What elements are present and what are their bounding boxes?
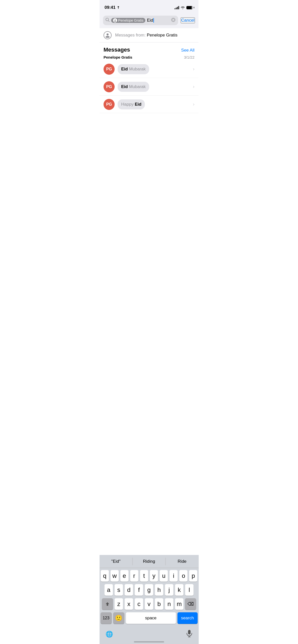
avatar: PG [104, 99, 115, 110]
chevron-right-icon: › [193, 84, 194, 89]
section-title: Messages [104, 47, 130, 53]
search-icon [106, 18, 110, 23]
message-bubble-wrap: Happy Eid [118, 99, 190, 109]
sender-row: Penelope Gratis 3/1/22 [100, 55, 198, 60]
cancel-button[interactable]: Cancel [181, 17, 195, 23]
svg-point-2 [115, 19, 116, 20]
message-bubble: Eid Mubarak [118, 82, 149, 92]
svg-point-7 [107, 33, 109, 35]
chevron-right-icon: › [193, 102, 194, 107]
suggestion-text: Messages from: Penelope Gratis [115, 33, 178, 38]
highlight-text: Eid [135, 102, 141, 107]
wifi-icon [181, 6, 185, 9]
sender-name: Penelope Gratis [104, 55, 132, 59]
location-arrow-icon: ⤒ [117, 6, 120, 10]
message-bubble-wrap: Eid Mubarak [118, 64, 190, 74]
status-time: 09:41 ⤒ [105, 5, 120, 10]
message-bubble-wrap: Eid Mubarak [118, 82, 190, 92]
status-icons [175, 6, 194, 9]
clear-search-button[interactable] [171, 18, 176, 23]
svg-point-8 [106, 36, 110, 38]
normal-text: Mubarak [128, 84, 146, 89]
message-result-1[interactable]: PG Eid Mubarak › [100, 60, 198, 78]
chevron-right-icon: › [193, 66, 194, 72]
search-container: Penelope Gratis Eid Cancel [100, 14, 198, 28]
see-all-button[interactable]: See All [181, 48, 194, 53]
avatar: PG [104, 81, 115, 92]
token-avatar-icon [113, 18, 117, 22]
message-result-2[interactable]: PG Eid Mubarak › [100, 78, 198, 96]
message-bubble: Happy Eid [118, 99, 145, 109]
messages-section-header: Messages See All [100, 43, 198, 55]
suggestion-row[interactable]: Messages from: Penelope Gratis [100, 28, 198, 43]
signal-icon [175, 6, 179, 9]
time-display: 09:41 [105, 5, 115, 10]
search-typed-text: Eid [147, 18, 170, 23]
status-bar: 09:41 ⤒ [100, 0, 198, 14]
svg-line-1 [108, 21, 110, 22]
battery-icon [186, 6, 193, 9]
search-bar[interactable]: Penelope Gratis Eid [103, 16, 178, 25]
message-date: 3/1/22 [184, 55, 194, 59]
message-result-3[interactable]: PG Happy Eid › [100, 96, 198, 113]
avatar: PG [104, 64, 115, 75]
highlight-text: Eid [121, 84, 128, 89]
normal-text: Mubarak [128, 67, 146, 71]
contact-icon [104, 31, 112, 39]
highlight-text: Eid [121, 67, 128, 71]
token-label: Penelope Gratis [118, 18, 143, 22]
svg-point-3 [114, 21, 116, 22]
message-bubble: Eid Mubarak [118, 64, 149, 74]
search-token: Penelope Gratis [111, 18, 145, 23]
normal-text: Happy [121, 102, 135, 107]
